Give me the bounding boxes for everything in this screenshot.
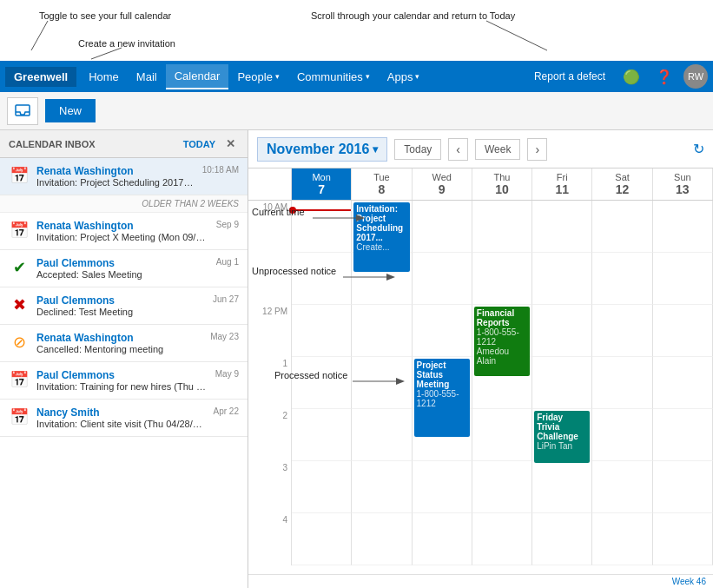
- cell-thu-4pm[interactable]: [472, 513, 532, 565]
- inbox-item-6[interactable]: 📅 Nancy Smith Invitation: Client site vi…: [0, 400, 248, 437]
- cell-fri-2pm[interactable]: Friday Trivia Challenge LiPin Tan: [532, 409, 592, 461]
- inbox-item-0[interactable]: 📅 Renata Washington Invitation: Project …: [0, 158, 248, 195]
- cell-wed-12pm[interactable]: [413, 305, 472, 357]
- cell-mon-3pm[interactable]: [292, 461, 352, 513]
- cell-wed-10am[interactable]: [413, 201, 472, 253]
- day-header-fri11[interactable]: Fri 11: [532, 168, 592, 200]
- inbox-item-content-1: Renata Washington Invitation: Project X …: [36, 220, 209, 242]
- cell-fri-12pm[interactable]: [532, 305, 592, 357]
- calendar-next-button[interactable]: ›: [527, 138, 547, 161]
- cell-sun-4pm[interactable]: [653, 513, 713, 565]
- cell-sat-4pm[interactable]: [592, 513, 652, 565]
- cell-sat-2pm[interactable]: [592, 409, 652, 461]
- event-financial-reports[interactable]: Financial Reports 1-800-555-1212Amedou A…: [474, 307, 530, 376]
- cell-mon-4pm[interactable]: [292, 513, 352, 565]
- nav-item-apps[interactable]: Apps ▾: [379, 65, 429, 89]
- cell-tue-4pm[interactable]: [352, 513, 412, 565]
- inbox-item-name-6: Nancy Smith: [36, 406, 207, 419]
- inbox-item-name-4: Renata Washington: [36, 332, 203, 344]
- inbox-header-title: CALENDAR INBOX: [9, 139, 96, 149]
- day-num-9: 9: [414, 182, 470, 196]
- new-button[interactable]: New: [45, 99, 96, 122]
- report-defect-link[interactable]: Report a defect: [527, 67, 612, 86]
- ann-scroll-label: Scroll through your calendar and return …: [311, 10, 515, 21]
- cell-wed-1pm[interactable]: Project Status Meeting 1-800-555-1212: [413, 357, 472, 409]
- cell-tue-10am[interactable]: Invitation: Project Scheduling 2017... C…: [352, 201, 412, 253]
- cell-sat-11am[interactable]: [592, 253, 652, 305]
- nav-item-people[interactable]: People ▾: [228, 65, 287, 89]
- cell-sat-1pm[interactable]: [592, 357, 652, 409]
- cell-fri-3pm[interactable]: [532, 461, 592, 513]
- cell-mon-11am[interactable]: [292, 253, 352, 305]
- cell-fri-4pm[interactable]: [532, 513, 592, 565]
- inbox-item-4[interactable]: ⊘ Renata Washington Cancelled: Mentoring…: [0, 325, 248, 362]
- cell-sun-10am[interactable]: [653, 201, 713, 253]
- current-time-dot: [289, 207, 296, 214]
- calendar-today-button[interactable]: Today: [394, 139, 441, 160]
- cell-thu-10am[interactable]: [472, 201, 532, 253]
- cell-tue-3pm[interactable]: [352, 461, 412, 513]
- cell-sun-12pm[interactable]: [653, 305, 713, 357]
- annotation-lines: [0, 0, 713, 61]
- cell-sun-3pm[interactable]: [653, 461, 713, 513]
- cell-mon-10am[interactable]: [292, 201, 352, 253]
- day-num-8: 8: [353, 182, 409, 196]
- calendar-grid[interactable]: 10 AM Invitation: Project Scheduling 201…: [248, 201, 713, 574]
- cell-thu-11am[interactable]: [472, 253, 532, 305]
- cell-mon-2pm[interactable]: [292, 409, 352, 461]
- day-header-thu10[interactable]: Thu 10: [472, 168, 532, 200]
- cell-mon-1pm[interactable]: [292, 357, 352, 409]
- day-header-sun13[interactable]: Sun 13: [653, 168, 713, 200]
- nav-brand[interactable]: Greenwell: [5, 67, 76, 87]
- cell-sat-12pm[interactable]: [592, 305, 652, 357]
- inbox-toggle-button[interactable]: [7, 97, 38, 125]
- inbox-today-button[interactable]: TODAY: [180, 137, 219, 151]
- nav-item-mail[interactable]: Mail: [128, 65, 166, 89]
- inbox-item-3[interactable]: ✖ Paul Clemmons Declined: Test Meeting J…: [0, 287, 248, 325]
- inbox-scroll-area[interactable]: 📅 Renata Washington Invitation: Project …: [0, 158, 248, 588]
- cell-wed-4pm[interactable]: [413, 513, 472, 565]
- calendar-prev-button[interactable]: ‹: [448, 138, 468, 161]
- day-header-sat12[interactable]: Sat 12: [592, 168, 652, 200]
- day-num-11: 11: [534, 182, 590, 196]
- day-header-wed9[interactable]: Wed 9: [413, 168, 472, 200]
- nav-item-communities[interactable]: Communities ▾: [288, 65, 379, 89]
- cell-fri-11am[interactable]: [532, 253, 592, 305]
- cell-thu-2pm[interactable]: [472, 409, 532, 461]
- cell-sat-3pm[interactable]: [592, 461, 652, 513]
- cell-thu-3pm[interactable]: [472, 461, 532, 513]
- cell-sun-1pm[interactable]: [653, 357, 713, 409]
- cell-wed-3pm[interactable]: [413, 461, 472, 513]
- cell-sat-10am[interactable]: [592, 201, 652, 253]
- day-name-wed: Wed: [414, 172, 470, 182]
- nav-help-icon[interactable]: ❓: [650, 65, 678, 89]
- day-header-mon7[interactable]: Mon 7: [292, 168, 352, 200]
- cell-tue-2pm[interactable]: [352, 409, 412, 461]
- calendar-week-view-button[interactable]: Week: [475, 139, 520, 160]
- nav-item-calendar[interactable]: Calendar: [166, 64, 229, 89]
- cell-fri-1pm[interactable]: [532, 357, 592, 409]
- cell-sun-11am[interactable]: [653, 253, 713, 305]
- inbox-item-5[interactable]: 📅 Paul Clemmons Invitation: Training for…: [0, 362, 248, 400]
- cell-fri-10am[interactable]: [532, 201, 592, 253]
- inbox-close-button[interactable]: ✕: [222, 135, 239, 152]
- inbox-item-1[interactable]: 📅 Renata Washington Invitation: Project …: [0, 213, 248, 250]
- event-invitation-project[interactable]: Invitation: Project Scheduling 2017... C…: [353, 202, 409, 272]
- calendar-refresh-button[interactable]: ↻: [693, 141, 704, 157]
- inbox-item-name-5: Paul Clemmons: [36, 369, 208, 381]
- event-project-status[interactable]: Project Status Meeting 1-800-555-1212: [414, 359, 470, 437]
- inbox-item-2[interactable]: ✔ Paul Clemmons Accepted: Sales Meeting …: [0, 250, 248, 287]
- cell-tue-12pm[interactable]: [352, 305, 412, 357]
- cell-sun-2pm[interactable]: [653, 409, 713, 461]
- event-friday-trivia[interactable]: Friday Trivia Challenge LiPin Tan: [534, 411, 590, 463]
- nav-item-home[interactable]: Home: [80, 65, 128, 89]
- cell-mon-12pm[interactable]: [292, 305, 352, 357]
- cell-wed-11am[interactable]: [413, 253, 472, 305]
- month-selector[interactable]: November 2016 ▾: [257, 137, 387, 162]
- nav-status-icon[interactable]: 🟢: [617, 65, 645, 89]
- cell-tue-1pm[interactable]: [352, 357, 412, 409]
- cell-thu-12pm[interactable]: Financial Reports 1-800-555-1212Amedou A…: [472, 305, 532, 357]
- day-name-sat: Sat: [594, 172, 650, 182]
- day-header-tue8[interactable]: Tue 8: [352, 168, 412, 200]
- nav-avatar[interactable]: RW: [683, 64, 708, 89]
